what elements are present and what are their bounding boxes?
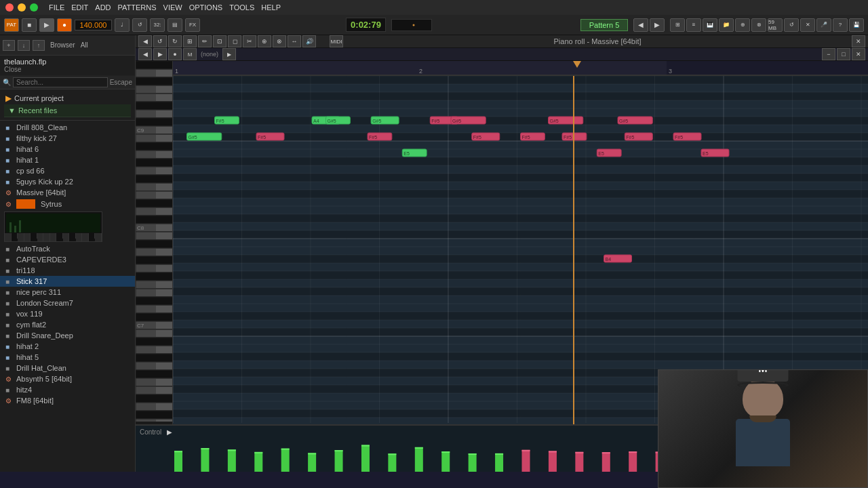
menu-tools[interactable]: TOOLS <box>229 3 254 12</box>
help-btn[interactable]: ? <box>833 18 848 32</box>
scissors-btn[interactable]: ✂ <box>243 35 256 47</box>
file-item[interactable]: ■cym flat2 <box>0 319 135 330</box>
file-item[interactable]: ■AutoTrack <box>0 243 135 254</box>
webcam-video: M <box>658 370 867 487</box>
mixer-open[interactable]: ⊞ <box>670 18 685 32</box>
record-open[interactable]: ⊗ <box>751 18 766 32</box>
punch-btn[interactable]: 32: <box>150 18 165 32</box>
midi-in-btn[interactable]: M <box>183 48 197 60</box>
menu-add[interactable]: ADD <box>95 3 111 12</box>
channels-open[interactable]: ≡ <box>686 18 701 32</box>
maximize-pr[interactable]: □ <box>837 48 850 60</box>
sidebar-import-btn[interactable]: ↓ <box>18 40 30 51</box>
piano-open[interactable]: 🎹 <box>703 18 717 32</box>
sidebar-export-btn[interactable]: ↑ <box>33 40 45 51</box>
navigate-btn[interactable]: ◀ <box>138 48 152 60</box>
redo-tool-btn[interactable]: ↻ <box>168 35 182 47</box>
minimize-pr[interactable]: − <box>822 48 835 60</box>
save-btn[interactable]: 💾 <box>849 18 864 32</box>
file-item[interactable]: ■nice perc 311 <box>0 287 135 298</box>
file-item[interactable]: ■Drill Hat_Clean <box>0 363 135 373</box>
close-button[interactable] <box>5 3 14 12</box>
select-btn[interactable]: ⊡ <box>213 35 226 47</box>
redo-btn[interactable]: ✕ <box>800 18 815 32</box>
file-item[interactable]: ■London Scream7 <box>0 298 135 308</box>
file-item[interactable]: ■hitz4 <box>0 384 135 395</box>
pattern-prev[interactable]: ◀ <box>633 18 648 32</box>
mic-btn[interactable]: 🎤 <box>816 18 831 32</box>
file-item[interactable]: ■hihat 2 <box>0 341 135 352</box>
stop-button[interactable]: ■ <box>22 18 37 32</box>
menu-file[interactable]: FILE <box>49 3 64 12</box>
file-item[interactable]: ■hihat 6 <box>0 144 135 155</box>
sidebar: + ↓ ↑ Browser All thelaunch.flp Close 🔍 … <box>0 35 136 472</box>
pattern-next[interactable]: ▶ <box>650 18 665 32</box>
play-button[interactable]: ▶ <box>39 18 54 32</box>
recent-files-header[interactable]: ▼ Recent files <box>4 104 131 117</box>
pencil-btn[interactable]: ✏ <box>198 35 212 47</box>
close-pr[interactable]: ✕ <box>852 48 865 60</box>
menu-edit[interactable]: EDIT <box>71 3 88 12</box>
loop-btn[interactable]: ↺ <box>132 18 147 32</box>
play-tool-btn[interactable]: ▶ <box>153 48 167 60</box>
fx-btn[interactable]: FX <box>185 18 200 32</box>
file-name: Drill Snare_Deep <box>16 331 73 340</box>
file-item[interactable]: ■CAPEVERDE3 <box>0 254 135 265</box>
head-shape: M <box>743 378 783 419</box>
file-item[interactable]: ■Drill 808_Clean <box>0 122 135 133</box>
pattern-display[interactable]: Pattern 5 <box>580 19 628 31</box>
erase-btn[interactable]: ◻ <box>228 35 241 47</box>
file-item[interactable]: ■tri118 <box>0 265 135 276</box>
bpm-display[interactable]: 140.000 <box>75 20 112 30</box>
synth-icon: ⚙ <box>5 397 14 405</box>
file-item[interactable]: ⚙Massive [64bit] <box>0 187 135 198</box>
file-item[interactable]: ■Stick 317 <box>0 276 135 287</box>
file-item[interactable]: ■filthy kick 27 <box>0 133 135 144</box>
file-item[interactable]: ■cp sd 66 <box>0 165 135 176</box>
chord-btn[interactable]: ▶ <box>222 48 236 60</box>
file-item[interactable]: ⚙Sytrus <box>0 198 135 210</box>
menu-help[interactable]: HELP <box>261 3 281 12</box>
close-label[interactable]: Close <box>4 66 131 73</box>
undo-btn[interactable]: ↺ <box>784 18 799 32</box>
escape-label[interactable]: Escape <box>110 79 132 86</box>
undo-tool-btn[interactable]: ↺ <box>153 35 167 47</box>
menu-view[interactable]: VIEW <box>163 3 182 12</box>
file-item[interactable]: ⚙FM8 [64bit] <box>0 395 135 406</box>
file-item[interactable]: ■hihat 1 <box>0 155 135 165</box>
file-item[interactable]: ⚙Absynth 5 [64bit] <box>0 373 135 384</box>
piano-roll-title: Piano roll - Massive [64bit] <box>344 37 850 45</box>
search-input[interactable] <box>13 77 108 87</box>
current-project-item[interactable]: ▶ Current project <box>4 92 131 104</box>
speaker-btn[interactable]: 🔊 <box>302 35 316 47</box>
file-item[interactable]: ■Drill Snare_Deep <box>0 330 135 341</box>
glue-btn[interactable]: ⊕ <box>258 35 271 47</box>
zoom-btn2[interactable]: ↔ <box>288 35 301 47</box>
menu-options[interactable]: OPTIONS <box>189 3 223 12</box>
synth-icon: ⚙ <box>5 189 14 197</box>
file-name: nice perc 311 <box>16 288 61 296</box>
minimize-button[interactable] <box>18 3 26 12</box>
browser-open[interactable]: 📁 <box>719 18 734 32</box>
record-button[interactable]: ● <box>57 18 72 32</box>
plugin-open[interactable]: ⊕ <box>735 18 750 32</box>
synth-icon: ⚙ <box>5 375 14 383</box>
file-item[interactable]: ■vox 119 <box>0 308 135 319</box>
file-name: cym flat2 <box>16 321 46 329</box>
maximize-button[interactable] <box>30 3 38 12</box>
mixer-btn[interactable]: ▤ <box>167 18 182 32</box>
sidebar-add-btn[interactable]: + <box>3 40 15 51</box>
midi-btn[interactable]: MIDI <box>330 35 343 47</box>
menu-patterns[interactable]: PATTERNS <box>118 3 157 12</box>
file-name: Absynth 5 [64bit] <box>16 375 72 383</box>
metronome-btn[interactable]: ♩ <box>115 18 130 32</box>
rec-tool-btn[interactable]: ● <box>168 48 182 60</box>
pat-button[interactable]: PAT <box>4 18 19 32</box>
file-item[interactable]: ■5guys Kick up 22 <box>0 176 135 187</box>
zoom-btn[interactable]: ⊗ <box>273 35 286 47</box>
nav-left-btn[interactable]: ◀ <box>138 35 152 47</box>
orange-indicator <box>16 199 35 209</box>
pr-close-btn[interactable]: ✕ <box>852 35 865 47</box>
file-item[interactable]: ■hihat 5 <box>0 352 135 363</box>
snap-btn[interactable]: ⊞ <box>183 35 197 47</box>
